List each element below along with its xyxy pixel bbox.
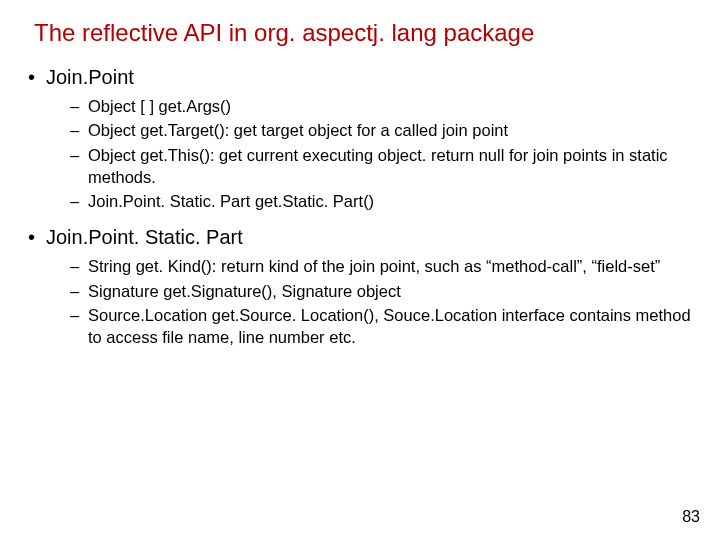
list-item-text: Object [ ] get.Args() xyxy=(88,95,692,117)
bullet-marker: • xyxy=(28,226,46,249)
bullet-2-heading: Join.Point. Static. Part xyxy=(46,226,243,248)
page-number: 83 xyxy=(682,508,700,526)
list-item-text: Object get.Target(): get target object f… xyxy=(88,119,692,141)
list-item-text: Join.Point. Static. Part get.Static. Par… xyxy=(88,190,692,212)
list-item: –Source.Location get.Source. Location(),… xyxy=(70,304,692,349)
bullet-1-sublist: –Object [ ] get.Args() –Object get.Targe… xyxy=(28,95,692,212)
list-item: –String get. Kind(): return kind of the … xyxy=(70,255,692,277)
dash-icon: – xyxy=(70,304,88,349)
list-item: –Object [ ] get.Args() xyxy=(70,95,692,117)
list-item-text: String get. Kind(): return kind of the j… xyxy=(88,255,692,277)
list-item-text: Signature get.Signature(), Signature obj… xyxy=(88,280,692,302)
bullet-1: •Join.Point xyxy=(28,66,692,89)
list-item-text: Source.Location get.Source. Location(), … xyxy=(88,304,692,349)
slide: The reflective API in org. aspectj. lang… xyxy=(0,0,720,540)
dash-icon: – xyxy=(70,119,88,141)
bullet-2: •Join.Point. Static. Part xyxy=(28,226,692,249)
bullet-marker: • xyxy=(28,66,46,89)
dash-icon: – xyxy=(70,144,88,189)
list-item: –Join.Point. Static. Part get.Static. Pa… xyxy=(70,190,692,212)
list-item: –Signature get.Signature(), Signature ob… xyxy=(70,280,692,302)
dash-icon: – xyxy=(70,280,88,302)
list-item-text: Object get.This(): get current executing… xyxy=(88,144,692,189)
dash-icon: – xyxy=(70,255,88,277)
dash-icon: – xyxy=(70,190,88,212)
bullet-1-heading: Join.Point xyxy=(46,66,134,88)
list-item: –Object get.This(): get current executin… xyxy=(70,144,692,189)
dash-icon: – xyxy=(70,95,88,117)
list-item: –Object get.Target(): get target object … xyxy=(70,119,692,141)
slide-title: The reflective API in org. aspectj. lang… xyxy=(34,18,692,48)
bullet-2-sublist: –String get. Kind(): return kind of the … xyxy=(28,255,692,348)
